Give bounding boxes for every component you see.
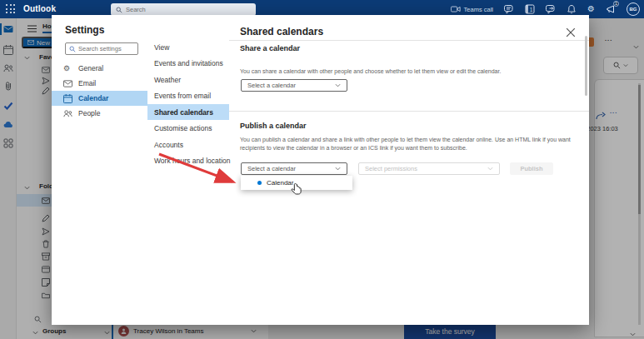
publish-description: You can publish a calendar and share a l…	[240, 136, 578, 152]
search-icon	[116, 7, 122, 13]
feedback-icon[interactable]	[546, 4, 556, 14]
svg-text:1: 1	[530, 7, 533, 12]
mail-icon	[63, 79, 72, 88]
divider	[229, 40, 589, 41]
nav-label: General	[78, 64, 103, 72]
app-launcher-icon[interactable]	[6, 4, 16, 14]
section-label: Weather	[154, 76, 181, 84]
notification-badge: 1	[613, 1, 619, 7]
chevron-down-icon	[487, 167, 493, 171]
avatar[interactable]: BG	[627, 2, 640, 16]
settings-search[interactable]	[65, 42, 138, 55]
section-accounts[interactable]: Accounts	[147, 137, 229, 152]
section-weather[interactable]: Weather	[147, 72, 229, 87]
chevron-down-icon	[335, 83, 341, 87]
my-day-icon[interactable]: 1	[525, 4, 535, 14]
settings-nav-general[interactable]: ⚙ General	[52, 61, 147, 76]
section-view[interactable]: View	[147, 39, 229, 55]
section-label: Events and invitations	[154, 59, 223, 67]
people-icon	[63, 109, 72, 118]
calendar-icon	[63, 94, 72, 103]
settings-dialog: Settings ⚙ General Email Calendar People	[52, 15, 589, 325]
nav-label: People	[78, 109, 100, 117]
settings-nav: Settings ⚙ General Email Calendar People	[52, 15, 147, 325]
section-label: Events from email	[154, 92, 211, 100]
share-heading: Share a calendar	[240, 44, 300, 52]
section-shared-calendars[interactable]: Shared calendars	[147, 104, 229, 120]
dropdown-placeholder: Select permissions	[365, 165, 417, 172]
gear-icon: ⚙	[63, 64, 72, 73]
section-events-invitations[interactable]: Events and invitations	[147, 55, 229, 71]
share-calendar-dropdown[interactable]: Select a calendar	[241, 79, 347, 92]
gear-icon[interactable]: ⚙	[587, 4, 595, 14]
publish-calendar-dropdown[interactable]: Select a calendar	[241, 162, 347, 175]
section-label: Accounts	[154, 141, 183, 149]
publish-button: Publish	[510, 162, 553, 175]
dialog-scrollbar-thumb[interactable]	[585, 36, 587, 96]
section-label: Customise actions	[154, 124, 212, 132]
teams-call-label: Teams call	[464, 6, 493, 13]
menu-option-calendar: Calendar	[267, 179, 293, 187]
permissions-dropdown: Select permissions	[358, 162, 500, 175]
chevron-down-icon	[335, 167, 341, 171]
dropdown-placeholder: Select a calendar	[247, 82, 296, 89]
section-events-from-email[interactable]: Events from email	[147, 87, 229, 103]
chat-icon[interactable]	[504, 4, 514, 14]
dropdown-placeholder: Select a calendar	[247, 165, 296, 172]
nav-label: Email	[78, 79, 96, 87]
settings-sections: View Events and invitations Weather Even…	[147, 15, 229, 325]
settings-nav-email[interactable]: Email	[52, 76, 147, 91]
bell-icon[interactable]	[567, 4, 577, 14]
camera-icon	[451, 4, 461, 14]
section-label: Work hours and location	[154, 157, 231, 165]
shared-calendars-panel: Shared calendars Share a calendar You ca…	[229, 15, 589, 325]
settings-nav-calendar[interactable]: Calendar	[52, 91, 147, 106]
page-title: Shared calendars	[240, 26, 323, 37]
section-label: View	[154, 43, 169, 52]
close-icon[interactable]	[566, 27, 576, 37]
app-title: Outlook	[23, 4, 56, 13]
share-description: You can share a calendar with other peop…	[240, 67, 578, 76]
section-work-hours[interactable]: Work hours and location	[147, 152, 229, 168]
settings-search-input[interactable]	[78, 45, 133, 52]
search-input[interactable]	[126, 6, 242, 13]
settings-title: Settings	[65, 24, 104, 36]
section-customise-actions[interactable]: Customise actions	[147, 120, 229, 136]
calendar-color-dot	[257, 181, 262, 185]
outlook-window: Outlook Teams call 1 ⚙ 1 BG	[0, 0, 644, 339]
search-bar[interactable]	[111, 3, 256, 16]
search-icon	[69, 46, 76, 52]
section-label: Shared calendars	[154, 108, 213, 117]
whats-new-button[interactable]: 1	[606, 4, 616, 14]
settings-nav-people[interactable]: People	[52, 106, 147, 121]
teams-call-button[interactable]: Teams call	[451, 4, 493, 14]
publish-heading: Publish a calendar	[240, 122, 307, 130]
nav-label: Calendar	[78, 94, 108, 102]
divider	[229, 111, 589, 112]
calendar-dropdown-menu[interactable]: Calendar	[241, 176, 352, 190]
